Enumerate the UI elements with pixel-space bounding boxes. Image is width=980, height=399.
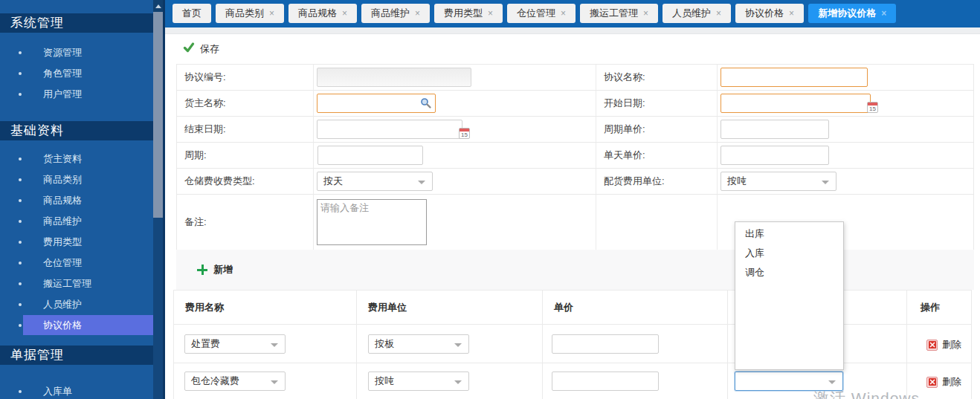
fee-name-select[interactable]: 包仓冷藏费 bbox=[184, 372, 286, 391]
delete-label: 删除 bbox=[942, 338, 961, 351]
close-icon[interactable]: × bbox=[561, 9, 566, 18]
col-header-price: 单价 bbox=[542, 291, 727, 324]
sidebar-item-resource-mgmt[interactable]: 资源管理 bbox=[0, 42, 154, 62]
storage-fee-type-select[interactable]: 按天 bbox=[317, 172, 433, 191]
agreement-name-input[interactable] bbox=[721, 68, 868, 87]
plus-icon bbox=[197, 265, 207, 275]
agreement-form: 协议编号: 协议名称: 货主名称: 开始日期: bbox=[176, 64, 974, 250]
tab-goods-spec[interactable]: 商品规格× bbox=[288, 4, 357, 23]
close-icon[interactable]: × bbox=[269, 9, 274, 18]
price-input[interactable] bbox=[552, 372, 659, 391]
form-row: 结束日期: 15 周期单价: bbox=[177, 117, 973, 143]
form-row: 协议编号: 协议名称: bbox=[177, 65, 973, 91]
close-icon[interactable]: × bbox=[488, 9, 493, 18]
tab-label: 人员维护 bbox=[672, 7, 711, 20]
dispatch-fee-unit-label: 配货费用单位: bbox=[596, 175, 665, 188]
form-row: 仓储费收费类型: 按天 配货费用单位: 按吨 bbox=[177, 169, 973, 195]
tab-goods-category[interactable]: 商品类别× bbox=[216, 4, 284, 23]
action-cell: 删除 bbox=[906, 325, 971, 363]
dispatch-fee-unit-select[interactable]: 按吨 bbox=[721, 172, 836, 191]
close-icon[interactable]: × bbox=[881, 9, 886, 18]
form-label-cell: 协议名称: bbox=[596, 65, 717, 90]
activation-watermark: 激活 Windows bbox=[813, 388, 920, 399]
fee-name-select[interactable]: 处置费 bbox=[184, 334, 286, 354]
form-field-cell bbox=[313, 143, 596, 168]
fee-unit-select[interactable]: 按吨 bbox=[368, 372, 469, 391]
calendar-icon[interactable]: 15 bbox=[459, 128, 470, 139]
sidebar-item-personnel[interactable]: 人员维护 bbox=[0, 294, 154, 314]
form-label-cell: 备注: bbox=[177, 195, 313, 250]
close-icon[interactable]: × bbox=[342, 9, 347, 18]
dropdown-option-outbound[interactable]: 出库 bbox=[735, 224, 843, 244]
sidebar-item-user-mgmt[interactable]: 用户管理 bbox=[0, 84, 154, 104]
close-icon[interactable]: × bbox=[643, 9, 648, 18]
sidebar-item-inbound-order[interactable]: 入库单 bbox=[0, 381, 154, 399]
save-button[interactable]: 保存 bbox=[183, 41, 219, 57]
add-label: 新增 bbox=[213, 263, 233, 276]
price-input[interactable] bbox=[552, 334, 659, 354]
remark-label: 备注: bbox=[177, 215, 207, 229]
sidebar-section-system: 系统管理 bbox=[0, 13, 154, 33]
tab-fee-type[interactable]: 费用类型× bbox=[434, 4, 503, 23]
tab-personnel[interactable]: 人员维护× bbox=[663, 4, 731, 23]
chevron-down-icon bbox=[822, 181, 829, 184]
close-icon[interactable]: × bbox=[789, 9, 794, 18]
cycle-price-input[interactable] bbox=[721, 120, 829, 139]
tab-home[interactable]: 首页 bbox=[173, 4, 211, 23]
fee-name-value: 处置费 bbox=[191, 337, 220, 351]
sidebar-item-goods-category[interactable]: 商品类别 bbox=[0, 169, 154, 189]
end-date-input[interactable] bbox=[317, 120, 462, 139]
delete-row-button[interactable]: 删除 bbox=[926, 338, 961, 351]
close-icon[interactable]: × bbox=[415, 9, 420, 18]
tab-agreement-price[interactable]: 协议价格× bbox=[735, 4, 804, 23]
sidebar-item-owner-data[interactable]: 货主资料 bbox=[0, 149, 154, 169]
chevron-down-icon bbox=[454, 380, 462, 384]
scrollbar-thumb[interactable] bbox=[153, 12, 163, 218]
tab-new-agreement-price[interactable]: 新增协议价格× bbox=[808, 4, 896, 23]
fee-unit-select[interactable]: 按板 bbox=[368, 334, 469, 354]
sidebar-item-goods-maintain[interactable]: 商品维护 bbox=[0, 211, 154, 231]
scroll-up-icon[interactable] bbox=[153, 0, 163, 12]
tab-label: 首页 bbox=[182, 7, 202, 20]
delete-row-button[interactable]: 删除 bbox=[926, 375, 961, 389]
remark-textarea[interactable] bbox=[317, 199, 427, 245]
start-date-input[interactable] bbox=[721, 94, 871, 113]
tab-goods-maintain[interactable]: 商品维护× bbox=[361, 4, 430, 23]
tab-label: 商品类别 bbox=[225, 7, 264, 20]
dropdown-option-inbound[interactable]: 入库 bbox=[735, 244, 843, 263]
form-label-cell: 结束日期: bbox=[177, 117, 313, 142]
day-price-input[interactable] bbox=[721, 146, 829, 165]
calendar-icon[interactable]: 15 bbox=[867, 102, 878, 113]
search-icon[interactable] bbox=[420, 97, 432, 112]
sidebar-item-agreement-price[interactable]: 协议价格 bbox=[0, 315, 154, 335]
col-header-action: 操作 bbox=[906, 291, 971, 324]
form-field-cell bbox=[717, 117, 973, 142]
sidebar-item-fee-type[interactable]: 费用类型 bbox=[0, 232, 154, 252]
form-row: 货主名称: 开始日期: 15 bbox=[177, 91, 973, 117]
chevron-down-icon bbox=[271, 380, 278, 384]
agreement-name-label: 协议名称: bbox=[596, 71, 645, 84]
form-field-cell: 15 bbox=[313, 117, 596, 142]
fee-unit-value: 按吨 bbox=[375, 374, 394, 388]
tab-bin-mgmt[interactable]: 仓位管理× bbox=[507, 4, 576, 23]
sidebar-item-bin-mgmt[interactable]: 仓位管理 bbox=[0, 253, 154, 273]
sidebar-scrollbar[interactable] bbox=[153, 0, 163, 399]
main-content: 保存 协议编号: 协议名称: 货主名称: bbox=[165, 27, 980, 399]
add-row-button[interactable]: 新增 bbox=[197, 263, 233, 276]
end-date-label: 结束日期: bbox=[177, 123, 226, 136]
owner-name-search-input[interactable] bbox=[317, 94, 436, 113]
sidebar-item-goods-spec[interactable]: 商品规格 bbox=[0, 190, 154, 210]
form-label-cell bbox=[596, 195, 717, 250]
tab-porter-mgmt[interactable]: 搬运工管理× bbox=[580, 4, 658, 23]
close-icon[interactable]: × bbox=[716, 9, 721, 18]
sidebar-item-role-mgmt[interactable]: 角色管理 bbox=[0, 63, 154, 83]
fee-table: 费用名称 费用单位 单价 操作 处置费 按板 bbox=[173, 290, 972, 399]
col-header-fee-unit: 费用单位 bbox=[356, 291, 542, 324]
sidebar-item-porter-mgmt[interactable]: 搬运工管理 bbox=[0, 273, 154, 293]
dispatch-fee-unit-value: 按吨 bbox=[727, 175, 747, 188]
fee-name-value: 包仓冷藏费 bbox=[191, 374, 239, 388]
cycle-input[interactable] bbox=[317, 146, 423, 165]
tab-label: 费用类型 bbox=[444, 7, 483, 20]
dropdown-option-transfer[interactable]: 调仓 bbox=[735, 263, 843, 282]
form-label-cell: 货主名称: bbox=[177, 91, 313, 116]
